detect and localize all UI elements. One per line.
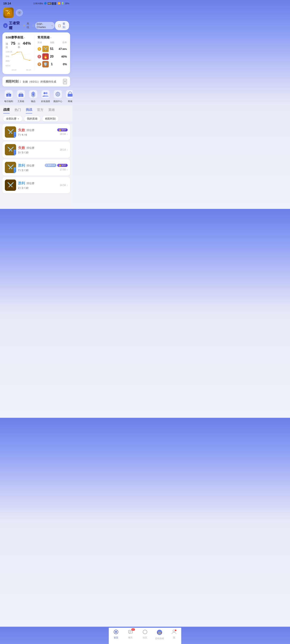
season-title[interactable]: S38赛季表现 › [6, 36, 31, 40]
hero-rank-1: 1 [38, 47, 41, 51]
highlight-text: 女娲（6/2/11）的视频待生成 [23, 80, 56, 83]
svg-point-3 [19, 12, 20, 13]
signin-label: 签到 [62, 22, 66, 29]
filter-row: 全部比赛 ▼ 我的英雄 精彩时刻 [3, 116, 69, 122]
tab-heroes[interactable]: 英雄 [48, 108, 55, 113]
filter-highlights[interactable]: 精彩时刻 [42, 116, 58, 122]
app-header: ⚔ 5v5 [0, 6, 73, 20]
match-time: 18:34 [60, 132, 66, 136]
menu-item-items[interactable]: 物品 [27, 90, 39, 103]
dropdown-icon: ▼ [51, 24, 53, 27]
menu-item-shop[interactable]: 商城 [64, 90, 73, 103]
online-status: 离线 [27, 22, 32, 29]
filter-my-heroes-label: 我的英雄 [27, 117, 38, 120]
match-type: 排位赛 [27, 182, 35, 185]
match-right: 👑 MVP 18:34 › [57, 128, 68, 136]
svg-point-33 [44, 92, 46, 94]
tabs-row: 战绩 热门 挑战 官方 英雄 [3, 108, 69, 114]
filter-all-matches[interactable]: 全部比赛 ▼ [3, 116, 22, 122]
svg-text:⚔️: ⚔️ [43, 47, 48, 51]
signin-button[interactable]: 📋 签到 [55, 21, 69, 30]
menu-item-spectate[interactable]: 观战中心 [52, 90, 64, 103]
highlight-content: 精彩时刻： 女娲（6/2/11）的视频待生成 [6, 80, 56, 84]
effort-badge: 实力局 [14, 167, 16, 173]
svg-text:⚔️: ⚔️ [7, 164, 14, 171]
match-nav-icon: › [67, 168, 68, 172]
svg-point-38 [57, 94, 58, 95]
menu-item-friend-stats[interactable]: 好友战绩 [39, 90, 52, 103]
app-icon[interactable]: ⚔ 5v5 [3, 8, 14, 18]
svg-rect-41 [68, 94, 73, 96]
match-time: 17:50 [60, 168, 66, 171]
match-type: 排位赛 [27, 128, 35, 132]
items-label: 物品 [31, 100, 36, 103]
username-badge[interactable]: DSP-Charles ▼ [35, 22, 55, 29]
highlight-banner: 精彩时刻： 女娲（6/2/11）的视频待生成 ✕ [3, 76, 70, 86]
stats-row: 场次 75 胜率 44% [6, 41, 31, 49]
card-sections: S38赛季表现 › 场次 75 胜率 44% 王者11星 星耀I 星耀V [6, 36, 67, 71]
items-icon [29, 90, 38, 98]
highlight-close-button[interactable]: ✕ [63, 79, 67, 84]
wifi-icon: 📶 [58, 2, 60, 5]
username: DSP-Charles [37, 22, 50, 28]
filter-my-heroes[interactable]: 我的英雄 [24, 116, 40, 122]
hero-row: 2 🔥 20 40% [38, 53, 67, 60]
chart-x-labels: 12-14 01-13 [12, 69, 31, 71]
spectate-label: 观战中心 [53, 100, 62, 103]
chart-y-labels: 王者11星 星耀I 星耀V 钻石III [6, 51, 12, 67]
season-performance: S38赛季表现 › 场次 75 胜率 44% 王者11星 星耀I 星耀V [6, 36, 31, 71]
separator: | [33, 24, 34, 27]
shop-icon [66, 90, 73, 98]
match-nav-icon: › [67, 183, 68, 187]
svg-text:⚔️: ⚔️ [7, 182, 14, 188]
match-item[interactable]: ⚔️ 胜利 排位赛 2 / 2 / 10 14:34 › [3, 177, 70, 193]
menu-item-toolbox[interactable]: 工具箱 [15, 90, 27, 103]
match-result-row: 胜利 排位赛 [18, 181, 58, 186]
match-list: ⚔️ 尽力局 失败 排位赛 7 / 4 / 6 👑 MVP 18:34 › [0, 124, 73, 209]
tab-challenge[interactable]: 挑战 [26, 108, 32, 114]
match-item[interactable]: ⚔️ 尽力局 失败 排位赛 3 / 3 / 10 18:14 › [3, 142, 70, 158]
tab-stats[interactable]: 战绩 [3, 108, 10, 114]
status-bar: 19:14 2.00 KB/s 🔵 HD ▌▌▌ 📶 🔋 29% [0, 0, 73, 6]
settings-button[interactable] [16, 9, 23, 16]
common-heroes: 常用英雄 › 英雄 场数 胜率 1 ⚔️ [38, 36, 67, 71]
match-result-loss: 失败 [18, 146, 25, 150]
hero-2-winrate: 40% [55, 55, 67, 58]
match-result-row: 失败 排位赛 [18, 146, 58, 150]
heroes-arrow: › [50, 36, 51, 39]
match-item[interactable]: ⚔️ 实力局 胜利 排位赛 7 / 2 / 10 ✦ 银牌法师 👑 MVP [3, 160, 70, 176]
hero-table-header: 英雄 场数 胜率 [38, 41, 67, 44]
match-right: 14:34 › [60, 183, 68, 187]
heroes-title[interactable]: 常用英雄 › [38, 36, 67, 40]
match-info: 失败 排位赛 3 / 3 / 10 [18, 146, 58, 154]
tab-official[interactable]: 官方 [37, 108, 44, 113]
match-badges: ✦ 银牌法师 👑 MVP [45, 164, 68, 167]
hd-icon: HD [48, 2, 51, 5]
match-item[interactable]: ⚔️ 尽力局 失败 排位赛 7 / 4 / 6 👑 MVP 18:34 › [3, 124, 70, 140]
match-type: 排位赛 [27, 164, 35, 168]
toolbox-label: 工具箱 [18, 100, 24, 103]
hero-row: 3 🛡️ 1 0% [38, 61, 67, 68]
friend-stats-label: 好友战绩 [41, 100, 50, 103]
highlight-label: 精彩时刻： [6, 80, 22, 83]
svg-point-10 [12, 54, 12, 55]
bluetooth-icon: 🔵 [44, 2, 47, 5]
match-hero-avatar: ⚔️ 尽力局 [5, 144, 16, 155]
title-bar: ◎ 王者荣耀 离线 | DSP-Charles ▼ 📋 签到 [0, 20, 73, 32]
match-result-win: 胜利 [18, 163, 25, 168]
match-info: 失败 排位赛 7 / 4 / 6 [18, 128, 55, 136]
tab-hot[interactable]: 热门 [15, 108, 21, 113]
online-dot [23, 25, 25, 26]
hero-3-winrate: 0% [55, 62, 67, 66]
mvp-icon: 👑 [59, 164, 61, 166]
menu-item-daily-welfare[interactable]: 每日福利 [3, 90, 15, 103]
hero-rank-3: 3 [38, 62, 41, 66]
match-info: 胜利 排位赛 7 / 2 / 10 [18, 163, 43, 172]
match-badges: 👑 MVP [57, 128, 68, 132]
match-time: 18:14 [60, 148, 66, 151]
hero-2-games: 20 [50, 55, 54, 58]
svg-text:🔥: 🔥 [43, 54, 48, 59]
match-info: 胜利 排位赛 2 / 2 / 10 [18, 181, 58, 190]
hero-rank-2: 2 [38, 55, 41, 58]
svg-text:🛡️: 🛡️ [43, 62, 48, 66]
